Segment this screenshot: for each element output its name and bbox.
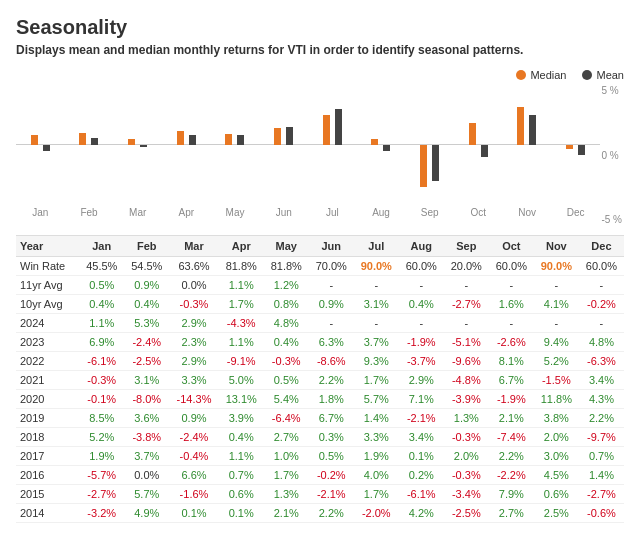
data-cell: -0.2% (309, 466, 354, 485)
y-label-mid: 0 % (601, 150, 622, 161)
year-cell: 2016 (16, 466, 79, 485)
x-label-may: May (211, 207, 260, 218)
data-cell: - (399, 276, 444, 295)
month-bar-feb (65, 85, 114, 205)
median-dot (516, 70, 526, 80)
col-header-aug: Aug (399, 236, 444, 257)
data-cell: 1.4% (354, 409, 399, 428)
data-cell: -3.2% (79, 504, 124, 523)
mean-bar (578, 145, 585, 155)
zero-line (16, 144, 65, 145)
month-bar-sep (405, 85, 454, 205)
data-cell: 5.3% (124, 314, 169, 333)
data-cell: -5.1% (444, 333, 489, 352)
col-header-year: Year (16, 236, 79, 257)
bars-area (16, 85, 600, 205)
data-cell: - (354, 276, 399, 295)
data-cell: -0.3% (169, 295, 218, 314)
data-cell: 1.9% (79, 447, 124, 466)
data-cell: 0.9% (309, 295, 354, 314)
data-cell: 2.5% (534, 504, 579, 523)
data-cell: 9.4% (534, 333, 579, 352)
table-row: 11yr Avg0.5%0.9%0.0%1.1%1.2%------- (16, 276, 624, 295)
ticker: VTI (287, 43, 306, 57)
col-header-jun: Jun (309, 236, 354, 257)
data-cell: 8.5% (79, 409, 124, 428)
y-label-top: 5 % (601, 85, 622, 96)
month-bar-jan (16, 85, 65, 205)
data-cell: -2.1% (399, 409, 444, 428)
data-cell: 0.7% (579, 447, 624, 466)
zero-line (113, 144, 162, 145)
zero-line (65, 144, 114, 145)
data-cell: - (489, 314, 534, 333)
data-cell: 4.1% (534, 295, 579, 314)
zero-line (405, 144, 454, 145)
data-cell: 6.6% (169, 466, 218, 485)
data-cell: -2.7% (79, 485, 124, 504)
data-cell: - (534, 276, 579, 295)
table-row: 2020-0.1%-8.0%-14.3%13.1%5.4%1.8%5.7%7.1… (16, 390, 624, 409)
y-label-bot: -5 % (601, 214, 622, 225)
subtitle-prefix: Displays mean and median monthly returns… (16, 43, 287, 57)
data-cell: -1.9% (399, 333, 444, 352)
data-cell: 2.1% (264, 504, 309, 523)
data-cell: -0.3% (444, 466, 489, 485)
data-cell: - (579, 276, 624, 295)
col-header-feb: Feb (124, 236, 169, 257)
median-bar (566, 145, 573, 149)
table-row: 20241.1%5.3%2.9%-4.3%4.8%------- (16, 314, 624, 333)
month-bar-jul (308, 85, 357, 205)
data-cell: - (489, 276, 534, 295)
mean-bar (481, 145, 488, 157)
median-bar (517, 107, 524, 145)
data-cell: 5.2% (79, 428, 124, 447)
data-cell: 1.1% (219, 447, 264, 466)
data-cell: -0.3% (264, 352, 309, 371)
month-bar-oct (454, 85, 503, 205)
data-cell: 2.7% (489, 504, 534, 523)
data-cell: 3.1% (124, 371, 169, 390)
data-cell: 0.4% (79, 295, 124, 314)
data-cell: 0.2% (399, 466, 444, 485)
data-cell: 1.7% (219, 295, 264, 314)
data-cell: 3.4% (579, 371, 624, 390)
data-cell: -1.6% (169, 485, 218, 504)
data-cell: -2.0% (354, 504, 399, 523)
zero-line (308, 144, 357, 145)
data-cell: 6.9% (79, 333, 124, 352)
median-bar (79, 133, 86, 145)
data-cell: -2.5% (444, 504, 489, 523)
data-cell: -3.9% (444, 390, 489, 409)
median-bar (225, 134, 232, 145)
data-cell: 63.6% (169, 257, 218, 276)
data-cell: 5.7% (354, 390, 399, 409)
data-cell: 1.3% (264, 485, 309, 504)
data-cell: 4.9% (124, 504, 169, 523)
zero-line (551, 144, 600, 145)
col-header-jul: Jul (354, 236, 399, 257)
mean-bar (383, 145, 390, 151)
data-cell: 3.3% (354, 428, 399, 447)
data-cell: -8.6% (309, 352, 354, 371)
year-cell: 2019 (16, 409, 79, 428)
data-cell: -2.1% (309, 485, 354, 504)
table-row: 2014-3.2%4.9%0.1%0.1%2.1%2.2%-2.0%4.2%-2… (16, 504, 624, 523)
data-cell: - (309, 276, 354, 295)
year-cell: 2017 (16, 447, 79, 466)
month-bar-aug (357, 85, 406, 205)
data-cell: 9.3% (354, 352, 399, 371)
table-row: 20171.9%3.7%-0.4%1.1%1.0%0.5%1.9%0.1%2.0… (16, 447, 624, 466)
year-cell: Win Rate (16, 257, 79, 276)
data-cell: -5.7% (79, 466, 124, 485)
subtitle-suffix: in order to identify seasonal patterns. (306, 43, 523, 57)
data-cell: 1.6% (489, 295, 534, 314)
data-cell: -3.8% (124, 428, 169, 447)
data-cell: -6.1% (79, 352, 124, 371)
data-cell: 1.7% (264, 466, 309, 485)
year-cell: 2022 (16, 352, 79, 371)
data-cell: 60.0% (399, 257, 444, 276)
data-cell: -2.7% (444, 295, 489, 314)
month-bar-may (211, 85, 260, 205)
data-cell: -2.7% (579, 485, 624, 504)
